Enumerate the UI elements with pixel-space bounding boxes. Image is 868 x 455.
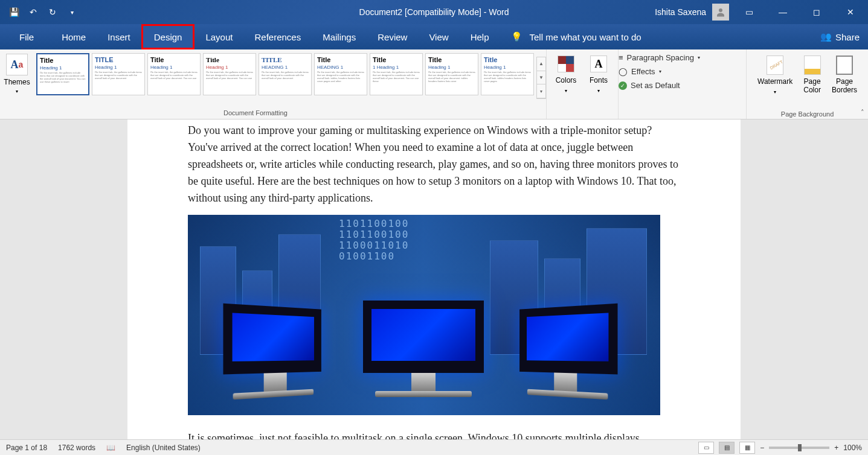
- scroll-up-icon[interactable]: ▲: [537, 57, 545, 71]
- page-color-button[interactable]: Page Color: [803, 56, 821, 97]
- user-name: Ishita Saxena: [655, 7, 706, 17]
- paragraph[interactable]: Do you want to improve your gaming or mu…: [188, 122, 680, 206]
- watermark-icon: DRAFT: [767, 56, 783, 75]
- svg-point-0: [719, 8, 722, 12]
- user-avatar-icon[interactable]: [712, 4, 729, 21]
- customize-qat-icon[interactable]: ▾: [66, 7, 77, 18]
- chevron-down-icon: ▾: [597, 88, 600, 94]
- style-thumb[interactable]: Title1 Heading 1On the insert tab, the g…: [370, 53, 423, 95]
- redo-icon[interactable]: ↻: [47, 7, 58, 18]
- maximize-icon[interactable]: ◻: [803, 0, 831, 24]
- web-layout-icon[interactable]: ▦: [739, 442, 755, 454]
- chevron-down-icon: ▾: [659, 69, 661, 74]
- style-thumb[interactable]: TitleHeading 1On the insert tab, the gal…: [425, 53, 478, 95]
- page-borders-label: Page Borders: [832, 77, 857, 94]
- fonts-button[interactable]: A Fonts ▾: [584, 56, 613, 98]
- style-thumb[interactable]: TITLEHeading 1On the insert tab, the gal…: [92, 53, 145, 95]
- tab-file[interactable]: File: [8, 24, 51, 49]
- zoom-slider[interactable]: [769, 447, 829, 449]
- collapse-ribbon-icon[interactable]: ˄: [861, 109, 864, 116]
- themes-label: Themes: [4, 78, 30, 86]
- page-indicator[interactable]: Page 1 of 18: [6, 444, 47, 452]
- zoom-in-icon[interactable]: +: [834, 444, 838, 452]
- chevron-down-icon: ▾: [16, 89, 18, 94]
- themes-button[interactable]: Aa Themes ▾: [5, 52, 29, 94]
- themes-icon: Aa: [6, 54, 28, 75]
- style-thumb[interactable]: TitleHEADING 1On the insert tab, the gal…: [314, 53, 367, 95]
- colors-button[interactable]: Colors ▾: [551, 56, 580, 98]
- style-thumb[interactable]: TitleHeading 1On the insert tab, the gal…: [481, 53, 534, 95]
- set-default-button[interactable]: ✓Set as Default: [619, 81, 700, 90]
- chevron-down-icon: ▾: [698, 55, 700, 60]
- style-thumb[interactable]: TitleHeading 1On the insert tab, the gal…: [147, 53, 201, 95]
- close-icon[interactable]: ✕: [837, 0, 864, 24]
- ribbon: Aa Themes ▾ TitleHeading 1On the insert …: [0, 49, 868, 119]
- page-color-icon: [804, 56, 821, 75]
- effects-button[interactable]: ◯Effects▾: [619, 67, 700, 76]
- share-icon: 👥: [820, 31, 832, 42]
- page: Do you want to improve your gaming or mu…: [127, 119, 741, 439]
- zoom-level[interactable]: 100%: [843, 444, 862, 452]
- check-icon: ✓: [619, 81, 627, 90]
- chevron-down-icon: ▾: [565, 88, 567, 94]
- undo-icon[interactable]: ↶: [28, 7, 39, 18]
- page-background-group: DRAFTWatermark▾ Page Color Page Borders …: [746, 49, 868, 119]
- window-title: Document2 [Compatibility Mode] - Word: [359, 7, 509, 17]
- document-area[interactable]: Do you want to improve your gaming or mu…: [0, 119, 868, 439]
- effects-icon: ◯: [619, 67, 628, 76]
- paragraph-spacing-label: Paragraph Spacing: [627, 53, 694, 62]
- tab-layout[interactable]: Layout: [194, 24, 243, 49]
- print-layout-icon[interactable]: ▤: [719, 442, 735, 454]
- binary-overlay: 11011001001101100100110001101001001100: [339, 218, 409, 262]
- watermark-label: Watermark: [757, 77, 792, 86]
- page-borders-button[interactable]: Page Borders: [832, 56, 857, 97]
- minimize-icon[interactable]: —: [769, 0, 797, 24]
- paragraph[interactable]: It is sometimes, just not feasible to mu…: [188, 430, 680, 439]
- gallery-expand-icon[interactable]: ▾: [537, 84, 545, 98]
- document-image[interactable]: 11011001001101100100110001101001001100: [188, 215, 660, 415]
- themes-group: Aa Themes ▾: [0, 49, 34, 119]
- spacing-icon: ≡: [619, 53, 623, 62]
- titlebar: 💾 ↶ ↻ ▾ Document2 [Compatibility Mode] -…: [0, 0, 868, 24]
- effects-label: Effects: [631, 67, 655, 76]
- language-indicator[interactable]: English (United States): [126, 444, 201, 452]
- read-mode-icon[interactable]: ▭: [698, 442, 714, 454]
- status-bar: Page 1 of 18 1762 words 📖 English (Unite…: [0, 439, 868, 455]
- doc-formatting-label: Document Formatting: [223, 109, 288, 116]
- share-button[interactable]: 👥 Share: [820, 31, 860, 42]
- fonts-label: Fonts: [590, 76, 608, 84]
- lightbulb-icon: 💡: [511, 31, 522, 42]
- watermark-button[interactable]: DRAFTWatermark▾: [757, 56, 792, 97]
- ribbon-display-icon[interactable]: ▭: [735, 0, 763, 24]
- tab-view[interactable]: View: [418, 24, 459, 49]
- style-thumb[interactable]: TitleHeading 1On the insert tab, the gal…: [36, 53, 89, 95]
- tab-references[interactable]: References: [243, 24, 312, 49]
- style-thumb[interactable]: TITLEHEADING 1On the insert tab, the gal…: [259, 53, 312, 95]
- quick-access-toolbar: 💾 ↶ ↻ ▾: [0, 7, 77, 18]
- tell-me[interactable]: 💡 Tell me what you want to do: [511, 31, 641, 42]
- fonts-icon: A: [590, 56, 607, 72]
- page-color-label: Page Color: [803, 77, 821, 94]
- tab-insert[interactable]: Insert: [97, 24, 141, 49]
- word-count[interactable]: 1762 words: [58, 444, 95, 452]
- proofing-icon[interactable]: 📖: [106, 444, 115, 452]
- page-borders-icon: [836, 56, 853, 75]
- style-thumb[interactable]: TitleHeading 1On the insert tab, the gal…: [203, 53, 256, 95]
- zoom-out-icon[interactable]: −: [760, 444, 764, 452]
- tab-home[interactable]: Home: [51, 24, 97, 49]
- colors-label: Colors: [556, 76, 577, 84]
- chevron-down-icon: ▾: [774, 88, 776, 97]
- paragraph-spacing-button[interactable]: ≡Paragraph Spacing▾: [619, 53, 700, 62]
- colors-icon: [558, 56, 574, 72]
- tab-design[interactable]: Design: [141, 24, 195, 49]
- tab-help[interactable]: Help: [460, 24, 500, 49]
- tab-review[interactable]: Review: [367, 24, 418, 49]
- gallery-scroll[interactable]: ▲▼▾: [536, 57, 546, 99]
- share-label: Share: [835, 32, 860, 42]
- set-default-label: Set as Default: [631, 81, 680, 90]
- save-icon[interactable]: 💾: [8, 7, 19, 18]
- tab-mailings[interactable]: Mailings: [312, 24, 367, 49]
- colors-fonts-group: Colors ▾ A Fonts ▾: [546, 49, 619, 119]
- formatting-options: ≡Paragraph Spacing▾ ◯Effects▾ ✓Set as De…: [619, 49, 706, 119]
- scroll-down-icon[interactable]: ▼: [537, 71, 545, 85]
